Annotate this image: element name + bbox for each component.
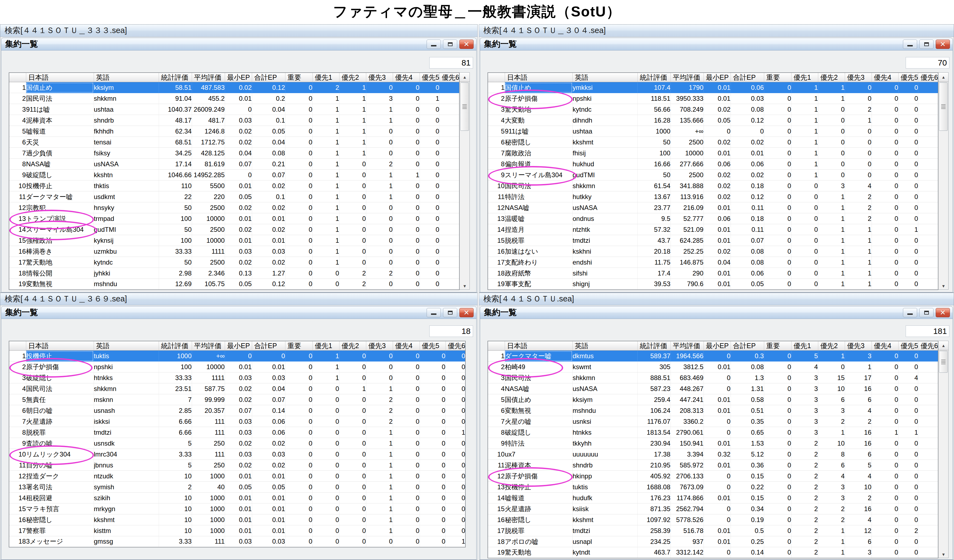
- minimize-button[interactable]: [427, 40, 441, 49]
- scroll-down-icon[interactable]: ▼: [938, 284, 948, 288]
- cell-p1[interactable]: 0: [312, 427, 339, 438]
- cell-p1[interactable]: 2: [791, 536, 818, 547]
- cell-ja[interactable]: 泥棒資本: [26, 115, 94, 126]
- cell-avg[interactable]: 624.285: [670, 235, 703, 246]
- scrollbar-thumb[interactable]: [939, 82, 948, 131]
- column-header-p4[interactable]: 優先4: [393, 73, 419, 82]
- cell-minep[interactable]: 0: [703, 416, 731, 427]
- cell-stat[interactable]: 33.33: [159, 372, 192, 383]
- cell-sumep[interactable]: 0.07: [731, 235, 764, 246]
- cell-p5[interactable]: 0: [898, 351, 918, 361]
- cell-imp[interactable]: 0: [764, 449, 791, 460]
- cell-en[interactable]: kkshtn: [94, 170, 159, 180]
- cell-sumep[interactable]: 0.03: [252, 372, 285, 383]
- cell-p1[interactable]: 2: [791, 471, 818, 482]
- cell-imp[interactable]: 0: [764, 351, 791, 361]
- cell-p2[interactable]: 1: [339, 148, 366, 159]
- cell-ja[interactable]: 軍事支配: [505, 279, 572, 290]
- cell-p2[interactable]: 1: [818, 268, 845, 279]
- cell-p2[interactable]: 0: [339, 202, 366, 213]
- cell-p4[interactable]: 0: [393, 536, 419, 547]
- cell-p4[interactable]: 0: [393, 493, 419, 504]
- cell-p1[interactable]: 1: [791, 93, 818, 104]
- cell-minep[interactable]: 0.06: [703, 213, 731, 224]
- cell-p3[interactable]: 1: [366, 438, 393, 449]
- cell-minep[interactable]: 0: [703, 482, 731, 493]
- cell-p5[interactable]: 0: [419, 148, 440, 159]
- cell-p3[interactable]: 4: [845, 180, 871, 191]
- row-number[interactable]: 2: [488, 361, 505, 372]
- cell-p5[interactable]: 0: [898, 213, 918, 224]
- cell-stat[interactable]: 1046.66: [159, 170, 192, 180]
- column-header-p3[interactable]: 優先3: [845, 73, 871, 82]
- cell-sumep[interactable]: 1.27: [252, 268, 285, 279]
- cell-minep[interactable]: 0.02: [703, 246, 731, 257]
- cell-stat[interactable]: 106.24: [638, 405, 670, 416]
- cell-en[interactable]: tmdtzi: [94, 427, 159, 438]
- cell-p6[interactable]: [918, 257, 938, 268]
- cell-p5[interactable]: 0: [898, 482, 918, 493]
- cell-p6[interactable]: [918, 170, 938, 180]
- cell-sumep[interactable]: 0.05: [252, 126, 285, 137]
- row-number[interactable]: 9: [9, 170, 26, 180]
- cell-p4[interactable]: 0: [871, 235, 898, 246]
- cell-ja[interactable]: 情報公開: [26, 268, 94, 279]
- cell-imp[interactable]: 0: [764, 246, 791, 257]
- cell-p3[interactable]: 1: [366, 104, 393, 115]
- cell-minep[interactable]: 0.02: [225, 126, 252, 137]
- cell-p5[interactable]: 0: [419, 104, 440, 115]
- cell-minep[interactable]: 0.01: [225, 525, 252, 536]
- row-number[interactable]: 5: [9, 394, 26, 405]
- cell-p2[interactable]: 0: [818, 159, 845, 170]
- cell-minep[interactable]: 0.02: [225, 394, 252, 405]
- cell-ja[interactable]: 国民司法: [505, 180, 572, 191]
- cell-p3[interactable]: 2: [845, 213, 871, 224]
- cell-p1[interactable]: 0: [312, 279, 339, 290]
- cell-stat[interactable]: 3.33: [159, 449, 192, 460]
- cell-ja[interactable]: 驚天動地: [505, 547, 572, 558]
- cell-p6[interactable]: 0: [446, 405, 465, 416]
- cell-sumep[interactable]: 0.21: [252, 159, 285, 170]
- cell-en[interactable]: dihndh: [572, 115, 638, 126]
- cell-avg[interactable]: +∞: [192, 351, 225, 361]
- cell-p4[interactable]: 0: [393, 351, 419, 361]
- column-header-p3[interactable]: 優先3: [366, 341, 393, 351]
- row-number[interactable]: 8: [9, 427, 26, 438]
- cell-sumep[interactable]: 0.08: [731, 361, 764, 372]
- cell-p3[interactable]: 0: [366, 372, 393, 383]
- cell-stat[interactable]: 61.54: [638, 180, 670, 191]
- cell-ja[interactable]: 天災: [26, 137, 94, 148]
- cell-p4[interactable]: 0: [393, 471, 419, 482]
- cell-minep[interactable]: 0.01: [703, 268, 731, 279]
- cell-p3[interactable]: 6: [845, 449, 871, 460]
- column-header-avg[interactable]: 平均評価: [192, 73, 225, 82]
- column-header-ja[interactable]: 日本語: [505, 73, 572, 82]
- cell-stat[interactable]: 305: [638, 361, 670, 372]
- row-number[interactable]: 7: [9, 416, 26, 427]
- cell-stat[interactable]: 1040.37: [159, 104, 192, 115]
- cell-ja[interactable]: 加速はない: [505, 246, 572, 257]
- cell-p3[interactable]: 0: [366, 148, 393, 159]
- cell-minep[interactable]: 0.05: [225, 482, 252, 493]
- row-number[interactable]: 11: [488, 191, 505, 202]
- cell-p3[interactable]: 17: [845, 372, 871, 383]
- cell-avg[interactable]: 81.619: [192, 159, 225, 170]
- cell-stat[interactable]: 210.95: [638, 460, 670, 471]
- cell-p6[interactable]: [918, 525, 938, 536]
- cell-p3[interactable]: 3: [845, 351, 871, 361]
- cell-sumep[interactable]: 0.34: [731, 504, 764, 514]
- cell-p5[interactable]: 0: [419, 536, 446, 547]
- cell-p2[interactable]: 1: [339, 82, 366, 93]
- cell-en[interactable]: ondnus: [572, 213, 638, 224]
- cell-sumep[interactable]: 0.15: [731, 471, 764, 482]
- cell-stat[interactable]: 50: [638, 170, 670, 180]
- cell-p6[interactable]: [918, 504, 938, 514]
- cell-imp[interactable]: 0: [764, 536, 791, 547]
- column-header-avg[interactable]: 平均評価: [670, 341, 703, 351]
- column-header-p5[interactable]: 優先5: [419, 73, 440, 82]
- row-number[interactable]: 3: [488, 372, 505, 383]
- row-number[interactable]: 9: [9, 438, 26, 449]
- cell-sumep[interactable]: 0.01: [252, 213, 285, 224]
- restore-button[interactable]: [443, 40, 457, 49]
- cell-avg[interactable]: 252.25: [670, 246, 703, 257]
